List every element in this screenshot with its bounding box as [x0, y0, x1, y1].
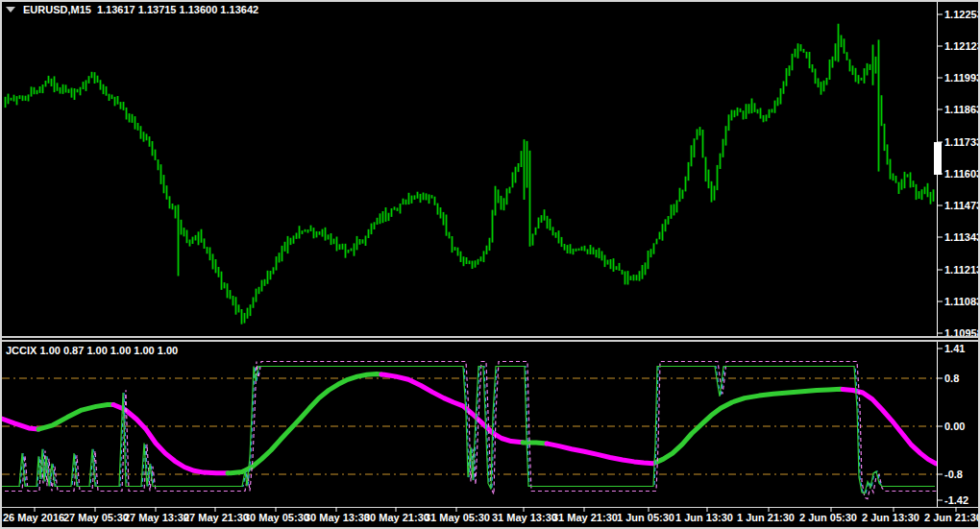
indicator-axis-label: 0.8	[944, 373, 959, 384]
time-axis-label: 30 May 13:30	[305, 512, 370, 523]
jccix-main-green	[656, 389, 843, 462]
price-axis-label: 1.11083	[944, 296, 980, 307]
current-price-marker	[934, 142, 942, 175]
price-axis-label: 1.11603	[944, 168, 980, 180]
jccix-main-magenta	[0, 418, 38, 429]
time-axis-label: 2 Jun 13:30	[862, 512, 919, 523]
price-bars	[6, 24, 934, 325]
price-axis-label: 1.11473	[944, 200, 980, 211]
time-axis-label: 31 May 21:30	[552, 512, 618, 523]
indicator-axis[interactable]: 1.410.80.00-0.8-1.42	[937, 343, 968, 506]
time-axis-label: 2 Jun 05:30	[799, 512, 857, 523]
time-axis-label: 1 Jun 21:30	[737, 512, 795, 523]
indicator-axis-label: 0.00	[944, 421, 965, 432]
time-axis-label: 1 Jun 13:30	[675, 512, 733, 523]
chart-dropdown-icon[interactable]	[6, 7, 15, 12]
time-axis-label: 31 May 13:30	[492, 512, 557, 523]
time-axis-label: 30 May 21:30	[364, 512, 429, 523]
jccix-main-magenta	[547, 444, 656, 464]
price-axis-label: 1.11733	[944, 136, 980, 148]
indicator-axis-label: 1.41	[944, 343, 965, 354]
time-axis-label: 27 May 13:30	[124, 512, 189, 523]
indicator-name: JCCIX	[6, 345, 37, 356]
chart-window: 1.122531.121231.119931.118631.117331.116…	[0, 0, 980, 529]
time-axis-label: 26 May 2016	[3, 512, 64, 523]
price-axis-label: 1.12253	[944, 9, 980, 20]
chart-title: EURUSD,M15 1.13617 1.13715 1.13600 1.136…	[6, 4, 258, 15]
time-axis-label: 1 Jun 05:30	[617, 512, 674, 523]
chart-canvas[interactable]: 1.122531.121231.119931.118631.117331.116…	[0, 0, 980, 529]
indicator-plot[interactable]	[0, 362, 938, 499]
time-axis-label: 27 May 05:30	[63, 512, 129, 523]
price-axis-label: 1.11343	[944, 231, 980, 243]
time-axis[interactable]: 26 May 201627 May 05:3027 May 13:3027 Ma…	[2, 507, 980, 523]
panel-splitter[interactable]	[2, 336, 978, 342]
jccix-main-magenta	[381, 374, 523, 443]
jccix-main-green	[38, 405, 113, 430]
jccix-main-magenta	[113, 405, 228, 473]
price-axis-label: 1.11213	[944, 264, 980, 276]
time-axis-label: 30 May 05:30	[244, 512, 309, 523]
indicator-axis-label: -0.8	[944, 469, 963, 480]
time-axis-label: 31 May 05:30	[425, 512, 490, 523]
price-axis-label: 1.11863	[944, 104, 980, 115]
price-axis-label: 1.12123	[944, 40, 980, 52]
indicator-axis-label: -1.42	[944, 494, 968, 506]
state-line-green	[2, 367, 935, 494]
indicator-label: JCCIX 1.00 0.87 1.00 1.00 1.00 1.00	[6, 345, 178, 356]
symbol-period-label: EURUSD,M15	[23, 4, 91, 15]
ohlc-label: 1.13617 1.13715 1.13600 1.13642	[97, 4, 258, 15]
indicator-values: 1.00 0.87 1.00 1.00 1.00 1.00	[39, 345, 178, 356]
time-axis-label: 2 Jun 21:30	[924, 512, 980, 523]
time-axis-label: 27 May 21:30	[184, 512, 249, 523]
price-axis-label: 1.11993	[944, 72, 980, 84]
